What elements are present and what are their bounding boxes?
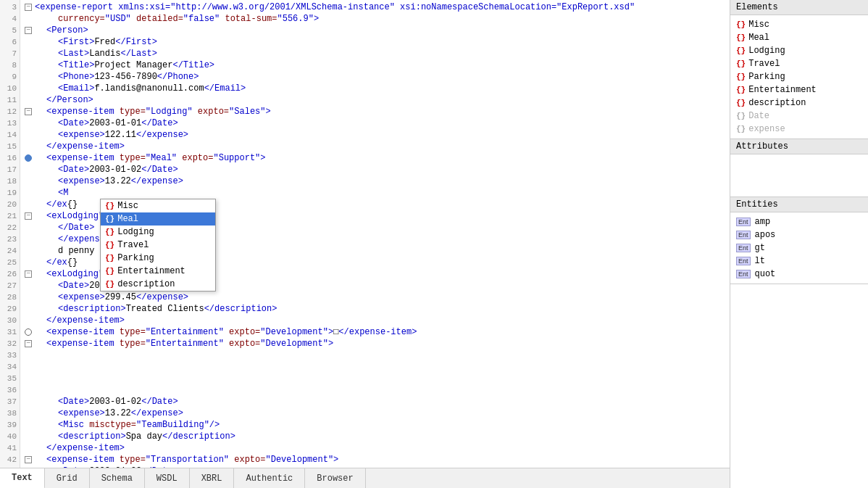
gutter-icon: [23, 257, 33, 268]
code-lines[interactable]: −<expense-report xmlns:xsi="http://www.w…: [20, 0, 730, 468]
code-line[interactable]: <Title>Project Manager</Title>: [23, 59, 727, 71]
element-item[interactable]: {}Travel: [730, 57, 868, 70]
element-item[interactable]: {}Lodging: [730, 44, 868, 57]
element-type-icon: {}: [736, 20, 746, 29]
entity-badge: Ent: [736, 257, 751, 265]
code-line[interactable]: <expense>122.11</expense>: [23, 129, 727, 141]
code-line[interactable]: <Misc misctype="TeamBuilding"/>: [23, 419, 727, 431]
element-type-icon: {}: [736, 125, 746, 133]
tab-browser[interactable]: Browser: [305, 468, 365, 488]
gutter-icon[interactable]: −: [23, 339, 33, 349]
code-line[interactable]: −<expense-report xmlns:xsi="http://www.w…: [23, 1, 727, 13]
code-line[interactable]: <First>Fred</First>: [23, 36, 727, 48]
tab-wsdl[interactable]: WSDL: [145, 468, 190, 488]
code-line[interactable]: <expense>13.22</expense>: [23, 175, 727, 187]
tab-authentic[interactable]: Authentic: [234, 468, 305, 488]
autocomplete-item[interactable]: {}description: [101, 278, 215, 291]
code-line[interactable]: [23, 373, 727, 384]
autocomplete-item-label: Entertainment: [117, 265, 185, 278]
autocomplete-item[interactable]: {}Misc: [101, 199, 215, 212]
element-item[interactable]: {}Parking: [730, 70, 868, 83]
code-line[interactable]: <Date>2003-01-02</Date>: [23, 396, 727, 408]
gutter-icon: [23, 60, 33, 70]
code-line[interactable]: <Phone>123-456-7890</Phone>: [23, 71, 727, 83]
code-line[interactable]: [23, 361, 727, 373]
gutter-icon: [23, 188, 33, 198]
code-line[interactable]: <expense>299.45</expense>: [23, 291, 727, 303]
code-line[interactable]: <expense>13.22</expense>: [23, 408, 727, 419]
entity-name: gt: [755, 243, 765, 253]
code-line[interactable]: <description>Spa day</description>: [23, 431, 727, 442]
gutter-icon: [23, 199, 33, 210]
entity-item[interactable]: Entlt: [730, 255, 868, 268]
right-panel: Elements {}Misc{}Meal{}Lodging{}Travel{}…: [730, 0, 868, 488]
gutter-icon[interactable]: −: [23, 269, 33, 279]
code-line[interactable]: −<expense-item type="Entertainment" expt…: [23, 338, 727, 350]
element-type-icon: {}: [736, 73, 746, 81]
element-name: Date: [748, 111, 769, 121]
gutter-icon[interactable]: −: [23, 211, 33, 221]
gutter-icon: [23, 350, 33, 360]
code-line[interactable]: [23, 350, 727, 361]
autocomplete-item[interactable]: {}Entertainment: [101, 265, 215, 278]
entity-item[interactable]: Entapos: [730, 228, 868, 241]
gutter-icon: [23, 292, 33, 302]
code-line[interactable]: <expense-item type="Meal" expto="Support…: [23, 152, 727, 164]
entity-badge: Ent: [736, 231, 751, 239]
gutter-icon: [23, 362, 33, 372]
element-item[interactable]: {}expense: [730, 123, 868, 136]
entity-item[interactable]: Entquot: [730, 268, 868, 281]
code-line[interactable]: </expense-item>: [23, 141, 727, 152]
code-line[interactable]: <Date>2003-01-02</Date>: [23, 164, 727, 175]
element-item[interactable]: {}description: [730, 96, 868, 109]
autocomplete-item[interactable]: {}Parking: [101, 252, 215, 265]
element-type-icon: {}: [736, 99, 746, 107]
entity-item[interactable]: Entgt: [730, 241, 868, 255]
gutter-icon: [23, 37, 33, 47]
elements-list: {}Misc{}Meal{}Lodging{}Travel{}Parking{}…: [730, 18, 868, 136]
code-line[interactable]: <description>Treated Clients</descriptio…: [23, 303, 727, 315]
tab-bar: TextGridSchemaWSDLXBRLAuthenticBrowser: [0, 468, 730, 488]
gutter-icon[interactable]: [23, 153, 33, 163]
autocomplete-dropdown[interactable]: {}Misc{}Meal{}Lodging{}Travel{}Parking{}…: [100, 199, 216, 291]
gutter-icon: [23, 385, 33, 395]
autocomplete-item[interactable]: {}Meal: [101, 212, 215, 226]
tab-grid[interactable]: Grid: [45, 468, 90, 488]
element-item[interactable]: {}Misc: [730, 18, 868, 31]
code-line[interactable]: −<expense-item type="Lodging" expto="Sal…: [23, 106, 727, 117]
element-item[interactable]: {}Entertainment: [730, 83, 868, 96]
entity-item[interactable]: Entamp: [730, 215, 868, 228]
element-item[interactable]: {}Date: [730, 109, 868, 123]
element-icon: {}: [105, 278, 114, 291]
code-line[interactable]: [23, 384, 727, 396]
code-line[interactable]: </expense-item>: [23, 442, 727, 454]
gutter-icon[interactable]: −: [23, 25, 33, 36]
gutter-icon[interactable]: −: [23, 455, 33, 465]
entities-section: Entities EntampEntaposEntgtEntltEntquot: [730, 197, 868, 284]
gutter-icon: [23, 83, 33, 94]
gutter-icon[interactable]: −: [23, 107, 33, 117]
code-line[interactable]: </Person>: [23, 94, 727, 106]
code-line[interactable]: <Email>f.landis@nanonull.com</Email>: [23, 83, 727, 94]
gutter-icon[interactable]: −: [23, 2, 33, 12]
code-line[interactable]: <Last>Landis</Last>: [23, 48, 727, 59]
code-line[interactable]: −<Person>: [23, 25, 727, 36]
autocomplete-item[interactable]: {}Lodging: [101, 226, 215, 239]
autocomplete-item[interactable]: {}Travel: [101, 239, 215, 252]
gutter-icon[interactable]: [23, 327, 33, 337]
gutter-icon: [23, 420, 33, 430]
element-item[interactable]: {}Meal: [730, 31, 868, 44]
tab-xbrl[interactable]: XBRL: [190, 468, 235, 488]
code-line[interactable]: <Date>2003-01-01</Date>: [23, 117, 727, 129]
code-line[interactable]: <expense-item type="Entertainment" expto…: [23, 326, 727, 338]
gutter-icon: [23, 49, 33, 59]
tab-text[interactable]: Text: [0, 468, 45, 488]
element-name: description: [748, 98, 806, 108]
gutter-icon: [23, 373, 33, 384]
code-line[interactable]: </expense-item>: [23, 315, 727, 326]
code-line[interactable]: −<expense-item type="Transportation" exp…: [23, 454, 727, 466]
code-line[interactable]: <Date>2003-01-02</Date>: [23, 466, 727, 468]
tab-schema[interactable]: Schema: [90, 468, 145, 488]
code-line[interactable]: currency="USD" detailed="false" total-su…: [23, 13, 727, 25]
code-line[interactable]: <M: [23, 187, 727, 199]
